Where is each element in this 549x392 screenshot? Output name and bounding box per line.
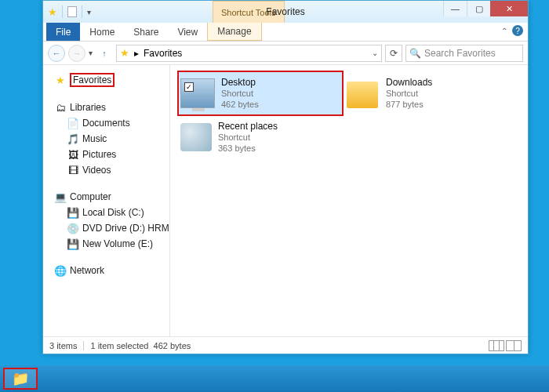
navigation-pane: ★ Favorites 🗂Libraries 📄Documents 🎵Music… (43, 65, 170, 336)
view-tiles-button[interactable] (506, 340, 522, 351)
items-view[interactable]: ✓DesktopShortcut462 bytesDownloadsShortc… (170, 65, 528, 336)
item-name: Downloads (386, 77, 432, 88)
up-button[interactable]: ↑ (96, 45, 113, 62)
sidebar-item-dvd-drive[interactable]: 💿DVD Drive (D:) HRM (45, 220, 168, 236)
sidebar-favorites-label: Favorites (70, 73, 115, 87)
refresh-button[interactable]: ⟳ (385, 45, 402, 62)
sidebar-network-label: Network (70, 265, 104, 276)
checkbox-icon[interactable]: ✓ (184, 82, 194, 92)
taskbar[interactable]: 📁 (0, 365, 549, 392)
item-type: Shortcut (386, 88, 432, 99)
qat-newfolder-icon[interactable] (67, 6, 77, 17)
history-dropdown-icon[interactable]: ▾ (89, 49, 93, 57)
back-button[interactable]: ← (48, 45, 65, 62)
drive-icon: 💾 (67, 238, 79, 250)
desktop-icon: ✓ (180, 78, 215, 108)
item-size: 877 bytes (386, 99, 432, 110)
drive-icon: 💾 (67, 206, 79, 219)
sidebar-item-label: Local Disk (C:) (82, 207, 144, 218)
item-type: Shortcut (218, 132, 278, 143)
sidebar-item-label: Videos (82, 165, 111, 176)
address-bar[interactable]: ★ ▸ Favorites ⌄ (116, 45, 382, 62)
forward-button[interactable]: → (68, 45, 85, 62)
star-icon: ★ (54, 74, 67, 86)
item-type: Shortcut (221, 88, 259, 99)
sidebar-computer[interactable]: 💻Computer (45, 189, 168, 205)
taskbar-explorer-button[interactable]: 📁 (3, 368, 38, 390)
videos-icon: 🎞 (67, 164, 79, 176)
item-size: 363 bytes (218, 143, 278, 154)
sidebar-item-label: Music (82, 133, 107, 144)
file-item-desktop[interactable]: ✓DesktopShortcut462 bytes (178, 71, 343, 115)
sidebar-item-label: Documents (82, 118, 130, 129)
search-icon: 🔍 (409, 48, 421, 59)
sidebar-item-new-volume[interactable]: 💾New Volume (E:) (45, 236, 168, 252)
maximize-button[interactable]: ▢ (467, 1, 490, 16)
sidebar-item-label: Pictures (82, 149, 116, 160)
computer-icon: 💻 (54, 191, 67, 203)
recent-places-icon (180, 123, 212, 151)
address-dropdown-icon[interactable]: ⌄ (372, 49, 378, 57)
sidebar-item-music[interactable]: 🎵Music (45, 131, 168, 147)
explorer-window: ★ ▾ Shortcut Tools Favorites — ▢ ✕ File … (42, 0, 529, 354)
sidebar-item-label: New Volume (E:) (82, 238, 153, 249)
tab-manage[interactable]: Manage (207, 23, 261, 41)
pictures-icon: 🖼 (67, 148, 79, 161)
tab-share[interactable]: Share (124, 23, 168, 41)
tab-file[interactable]: File (46, 23, 80, 41)
sidebar-libraries-label: Libraries (70, 102, 106, 113)
status-item-count: 3 items (49, 341, 77, 350)
window-title: Favorites (266, 6, 304, 17)
folder-icon (345, 78, 380, 108)
view-details-button[interactable] (489, 340, 504, 351)
address-location: Favorites (144, 48, 182, 59)
item-name: Desktop (221, 77, 259, 88)
sidebar-libraries[interactable]: 🗂Libraries (45, 100, 168, 115)
qat-dropdown-icon[interactable]: ▾ (87, 8, 91, 16)
sidebar-item-documents[interactable]: 📄Documents (45, 115, 168, 131)
titlebar[interactable]: ★ ▾ Shortcut Tools Favorites — ▢ ✕ (43, 1, 528, 23)
sidebar-item-videos[interactable]: 🎞Videos (45, 162, 168, 178)
sidebar-item-label: DVD Drive (D:) HRM (82, 223, 169, 234)
sidebar-network[interactable]: 🌐Network (45, 263, 168, 278)
help-icon[interactable]: ? (512, 25, 523, 36)
search-placeholder: Search Favorites (424, 48, 496, 59)
sidebar-computer-label: Computer (70, 191, 111, 202)
file-item-recent-places[interactable]: Recent placesShortcut363 bytes (178, 115, 343, 159)
status-size: 462 bytes (154, 341, 191, 350)
tab-view[interactable]: View (168, 23, 207, 41)
ribbon-tabs: File Home Share View Manage ⌃ ? (43, 23, 528, 42)
dvd-icon: 💿 (67, 222, 79, 234)
sidebar-favorites[interactable]: ★ Favorites (45, 71, 168, 89)
item-name: Recent places (218, 121, 278, 132)
sidebar-item-local-disk[interactable]: 💾Local Disk (C:) (45, 205, 168, 220)
status-bar: 3 items 1 item selected 462 bytes (43, 336, 528, 354)
ribbon-collapse-icon[interactable]: ⌃ (501, 27, 507, 35)
status-selection: 1 item selected (90, 341, 148, 350)
music-icon: 🎵 (67, 132, 79, 145)
documents-icon: 📄 (67, 117, 79, 129)
file-item-downloads[interactable]: DownloadsShortcut877 bytes (343, 71, 507, 115)
address-star-icon: ★ (120, 47, 129, 59)
network-icon: 🌐 (54, 264, 67, 277)
libraries-icon: 🗂 (54, 101, 67, 114)
close-button[interactable]: ✕ (490, 1, 528, 16)
item-size: 462 bytes (221, 99, 259, 110)
sidebar-item-pictures[interactable]: 🖼Pictures (45, 147, 168, 162)
favorites-star-icon: ★ (48, 6, 57, 18)
tab-home[interactable]: Home (80, 23, 124, 41)
folder-icon: 📁 (12, 370, 29, 387)
minimize-button[interactable]: — (443, 1, 467, 16)
address-sep-icon: ▸ (134, 48, 139, 59)
navigation-bar: ← → ▾ ↑ ★ ▸ Favorites ⌄ ⟳ 🔍 Search Favor… (43, 42, 528, 65)
search-input[interactable]: 🔍 Search Favorites (405, 45, 523, 62)
